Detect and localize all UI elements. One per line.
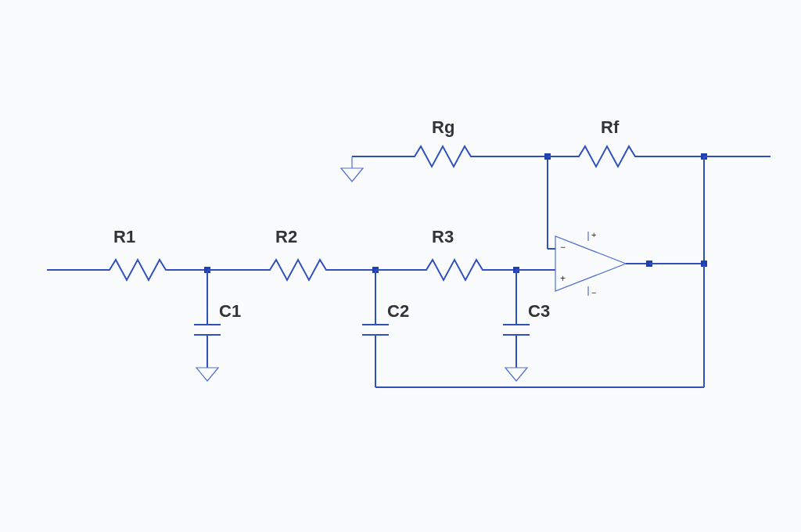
opamp-vminus: − xyxy=(591,288,596,297)
opamp-minus-label: − xyxy=(560,242,566,253)
label-c3: C3 xyxy=(528,301,550,321)
circuit-diagram: − + + − R1 R xyxy=(0,0,801,532)
label-r2: R2 xyxy=(275,227,297,246)
label-r1: R1 xyxy=(113,227,135,246)
label-c2: C2 xyxy=(387,301,409,321)
opamp-plus-label: + xyxy=(560,273,566,284)
label-rg: Rg xyxy=(432,117,454,137)
opamp-vplus: + xyxy=(591,230,596,239)
label-r3: R3 xyxy=(432,227,454,246)
label-c1: C1 xyxy=(219,301,241,321)
label-rf: Rf xyxy=(601,117,620,137)
